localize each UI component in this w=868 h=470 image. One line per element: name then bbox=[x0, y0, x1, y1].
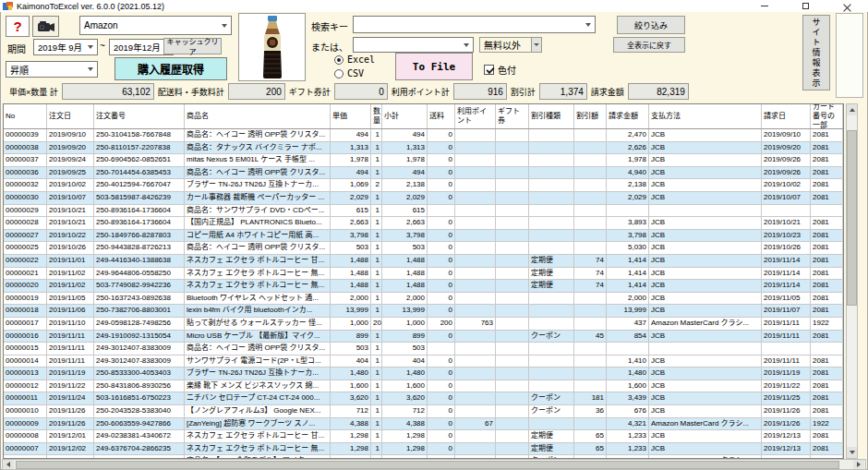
table-cell: ネスカフェ エクセラ ボトルコーヒー 甘... bbox=[185, 430, 331, 443]
scroll-down-button[interactable] bbox=[847, 447, 857, 458]
table-cell: 2019/11/26 bbox=[762, 418, 811, 431]
column-header[interactable]: 単価 bbox=[331, 104, 371, 128]
column-header[interactable]: 商品名 bbox=[185, 104, 331, 128]
table-row[interactable]: 000000112019/11/24503-1616851-6750223ニチバ… bbox=[4, 392, 843, 405]
table-row[interactable]: 000000302019/10/07503-5815987-8426239カール… bbox=[4, 192, 843, 205]
radio-excel[interactable]: Excel bbox=[334, 54, 375, 65]
table-row[interactable]: 000000252019/10/26250-9443828-8726213商品名… bbox=[4, 242, 843, 255]
table-row[interactable]: 000000092019/11/26250-6063559-9427866[Za… bbox=[4, 418, 843, 431]
scroll-right-button[interactable] bbox=[853, 460, 864, 469]
table-row[interactable]: 000000172019/11/10249-0598128-7498256貼って… bbox=[4, 318, 843, 331]
table-row[interactable]: 000000132019/11/19250-8533300-4053403ブラザ… bbox=[4, 368, 843, 380]
camera-button[interactable] bbox=[32, 16, 59, 37]
table-row[interactable]: 000000122019/11/22250-8431806-8930256楽縁 … bbox=[4, 380, 843, 393]
table-row[interactable]: 000000372019/09/24250-6904562-0852651mit… bbox=[4, 154, 843, 167]
table-cell: 定期便 bbox=[529, 280, 574, 293]
table-cell: 250-2043528-5383040 bbox=[94, 405, 185, 418]
free-filter-select[interactable]: 無料以外 bbox=[479, 37, 542, 53]
site-info-button[interactable]: サイト情報表示 bbox=[802, 15, 830, 90]
help-button[interactable]: ? bbox=[6, 16, 30, 37]
minimize-button[interactable] bbox=[743, 0, 785, 12]
table-cell: 2019/09/10 bbox=[762, 129, 811, 142]
close-button[interactable] bbox=[826, 0, 868, 12]
colorize-checkbox[interactable]: 色付 bbox=[484, 63, 516, 77]
table-row[interactable]: 000000142019/11/11249-3012407-8383009サンワ… bbox=[4, 356, 843, 368]
column-header[interactable]: No bbox=[4, 104, 47, 128]
column-header[interactable]: 注文番号 bbox=[94, 104, 185, 128]
table-row[interactable]: 000000282019/10/21250-8936164-1736604【国内… bbox=[4, 217, 843, 230]
table-cell: 437 bbox=[607, 318, 649, 331]
table-cell: 0 bbox=[428, 154, 455, 167]
table-row[interactable]: 000000222019/11/01249-4416340-1388638ネスカ… bbox=[4, 255, 843, 268]
chevron-down-icon bbox=[464, 43, 469, 47]
sort-order-select[interactable]: 昇順 bbox=[6, 61, 98, 78]
table-cell: 1,313 bbox=[382, 142, 428, 155]
table-cell: JCB bbox=[649, 305, 762, 318]
maximize-button[interactable] bbox=[785, 0, 826, 12]
table-row[interactable]: 000000212019/11/02249-9644806-0558250ネスカ… bbox=[4, 268, 843, 281]
table-cell: 2081 bbox=[811, 217, 843, 230]
column-header[interactable]: 割引額 bbox=[574, 104, 607, 128]
total-gift-value: 0 bbox=[334, 83, 388, 100]
table-row[interactable]: 000000082019/12/01249-0238381-4340672ネスカ… bbox=[4, 430, 843, 443]
table-row[interactable]: 000000322019/10/02250-4012594-7667047ブラザ… bbox=[4, 179, 843, 192]
or-key-input[interactable] bbox=[353, 37, 474, 53]
vertical-scrollbar[interactable] bbox=[846, 103, 858, 459]
column-header[interactable]: 注文日 bbox=[47, 104, 94, 128]
site-selector[interactable]: Amazon bbox=[79, 16, 232, 35]
table-cell: 200 bbox=[371, 318, 382, 331]
table-cell: 1 bbox=[371, 293, 382, 306]
scroll-left-button[interactable] bbox=[3, 460, 14, 469]
radio-csv-label: CSV bbox=[347, 68, 364, 78]
column-header[interactable]: 利用ポイント bbox=[455, 104, 496, 128]
total-points-label: 利用ポイント計 bbox=[392, 86, 450, 98]
table-cell: 2,000 bbox=[331, 293, 371, 306]
table-row[interactable]: 000000392019/09/10250-3104158-7667848商品名… bbox=[4, 129, 843, 142]
column-header[interactable]: カード番号の一部 bbox=[811, 104, 843, 128]
table-row[interactable]: 000000182019/11/06250-7382706-8803001lex… bbox=[4, 305, 843, 318]
table-row[interactable]: 000000152019/11/11249-3012407-8383009商品名… bbox=[4, 343, 843, 356]
radio-csv[interactable]: CSV bbox=[334, 68, 364, 78]
table-body: 000000392019/09/10250-3104158-7667848商品名… bbox=[4, 129, 843, 459]
column-header[interactable]: 支払方法 bbox=[649, 104, 762, 128]
table-cell: 2081 bbox=[811, 179, 843, 192]
table-row[interactable]: 000000272019/10/22250-1849766-8287803コピー… bbox=[4, 230, 843, 243]
scroll-up-button[interactable] bbox=[847, 104, 857, 115]
column-header[interactable]: 小計 bbox=[382, 104, 428, 128]
cache-clear-button[interactable]: キャッシュクリア bbox=[163, 38, 222, 54]
filter-button[interactable]: 絞り込み bbox=[617, 16, 685, 34]
table-cell bbox=[496, 192, 529, 205]
table-row[interactable]: 000000192019/11/05250-1637243-0892638Blu… bbox=[4, 293, 843, 306]
horizontal-scrollbar[interactable] bbox=[2, 459, 866, 470]
show-all-button[interactable]: 全表示に戻す bbox=[613, 37, 685, 53]
fetch-history-button[interactable]: 購入履歴取得 bbox=[115, 57, 227, 80]
column-header[interactable]: ギフト券 bbox=[496, 104, 529, 128]
table-cell bbox=[529, 293, 574, 306]
table-row[interactable]: 000000382019/09/20250-8110157-2207838商品名… bbox=[4, 142, 843, 155]
table-cell: 2081 bbox=[811, 142, 843, 155]
search-key-input[interactable] bbox=[353, 16, 596, 33]
table-cell: 250-8533300-4053403 bbox=[94, 368, 185, 380]
main-panel: ? Amazon 期間 2019年 9月 ~ 2019年12月 キャッシュクリア… bbox=[0, 12, 868, 470]
column-header[interactable]: 割引種類 bbox=[529, 104, 574, 128]
table-row[interactable]: 000000362019/09/25250-7014454-6385453商品名… bbox=[4, 167, 843, 180]
table-cell bbox=[529, 242, 574, 255]
table-cell: 2081 bbox=[811, 268, 843, 281]
table-row[interactable]: 000000072019/12/02249-6376704-2866235ネスカ… bbox=[4, 443, 843, 456]
table-cell: ネスカフェ エクセラ ボトルコーヒー 無... bbox=[185, 268, 331, 281]
column-header[interactable]: 請求金額 bbox=[607, 104, 649, 128]
table-cell bbox=[649, 343, 762, 356]
column-header[interactable]: 請求日 bbox=[762, 104, 811, 128]
horizontal-scrollbar-thumb[interactable] bbox=[16, 461, 839, 469]
table-cell: 250-8110157-2207838 bbox=[94, 142, 185, 155]
vertical-scrollbar-thumb[interactable] bbox=[847, 130, 857, 306]
table-row[interactable]: 000000292019/10/21250-8936164-1736604商品名… bbox=[4, 205, 843, 218]
period-from-select[interactable]: 2019年 9月 bbox=[33, 39, 98, 55]
table-row[interactable]: 000000102019/11/26250-2043528-5383040【ノン… bbox=[4, 405, 843, 418]
table-cell: 0 bbox=[428, 305, 455, 318]
column-header[interactable]: 送料 bbox=[428, 104, 455, 128]
to-file-button[interactable]: To File bbox=[395, 53, 473, 80]
table-row[interactable]: 000000202019/11/02503-7749082-9942236ネスカ… bbox=[4, 280, 843, 293]
column-header[interactable]: 数量 bbox=[371, 104, 382, 128]
table-row[interactable]: 000000162019/11/11249-1910092-1315054Mic… bbox=[4, 331, 843, 343]
